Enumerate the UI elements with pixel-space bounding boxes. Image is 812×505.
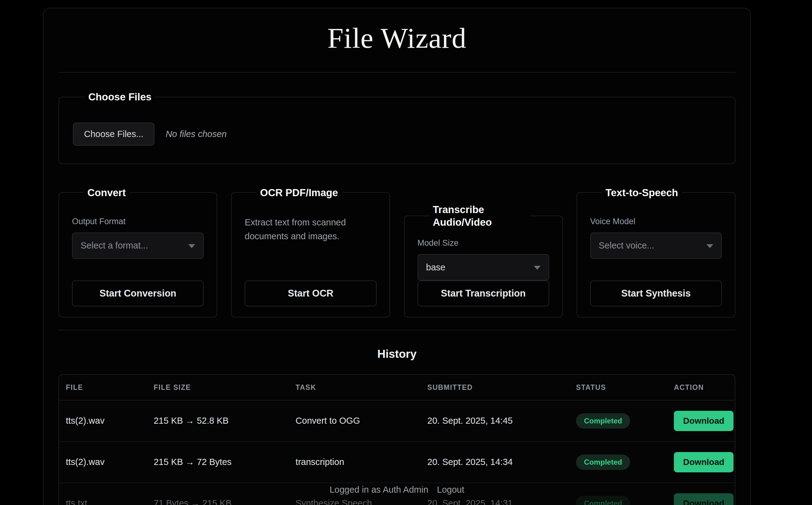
cell-file: tts(2).wav bbox=[59, 442, 154, 483]
voice-model-label: Voice Model bbox=[590, 217, 722, 226]
task-cards: Convert Output Format Select a format...… bbox=[58, 186, 735, 313]
title-divider bbox=[58, 72, 735, 73]
cell-task: Convert to OGG bbox=[296, 400, 428, 442]
download-button[interactable]: Download bbox=[674, 411, 734, 431]
cell-submitted: 20. Sept. 2025, 14:34 bbox=[428, 442, 576, 483]
output-format-select-value: Select a format... bbox=[81, 240, 148, 250]
start-conversion-button[interactable]: Start Conversion bbox=[72, 281, 204, 306]
col-header-task: TASK bbox=[296, 375, 428, 400]
history-divider bbox=[58, 330, 735, 330]
start-synthesis-button[interactable]: Start Synthesis bbox=[590, 281, 722, 306]
chevron-down-icon bbox=[534, 266, 541, 270]
col-header-file: FILE bbox=[59, 375, 154, 400]
download-button[interactable]: Download bbox=[674, 493, 734, 505]
col-header-file-size: FILE SIZE bbox=[154, 375, 295, 400]
cell-file-size: 215 KB → 52.8 KB bbox=[154, 400, 295, 442]
page-title: File Wizard bbox=[58, 22, 735, 54]
model-size-label: Model Size bbox=[418, 238, 549, 248]
output-format-label: Output Format bbox=[72, 217, 204, 226]
no-files-chosen-text: No files chosen bbox=[166, 129, 227, 139]
download-button[interactable]: Download bbox=[674, 452, 734, 472]
status-badge: Completed bbox=[576, 496, 630, 505]
choose-files-section: Choose Files Choose Files... No files ch… bbox=[58, 91, 735, 164]
footer: Logged in as Auth AdminLogout bbox=[43, 485, 751, 495]
output-format-select[interactable]: Select a format... bbox=[72, 232, 204, 259]
logged-in-text: Logged in as Auth Admin bbox=[329, 485, 428, 495]
voice-model-select-value: Select voice... bbox=[599, 240, 654, 250]
table-header-row: FILE FILE SIZE TASK SUBMITTED STATUS ACT… bbox=[59, 375, 735, 400]
chevron-down-icon bbox=[188, 244, 195, 248]
model-size-select[interactable]: base bbox=[418, 254, 549, 281]
app-container: File Wizard Choose Files Choose Files...… bbox=[43, 8, 751, 505]
cell-task: transcription bbox=[296, 442, 428, 483]
file-input-row: Choose Files... No files chosen bbox=[73, 123, 721, 146]
ocr-description: Extract text from scanned documents and … bbox=[245, 215, 376, 243]
col-header-submitted: SUBMITTED bbox=[428, 375, 576, 400]
cell-submitted: 20. Sept. 2025, 14:45 bbox=[428, 400, 576, 442]
table-row: tts(2).wav 215 KB → 72 Bytes transcripti… bbox=[59, 442, 735, 483]
logout-link[interactable]: Logout bbox=[437, 485, 464, 495]
status-badge: Completed bbox=[576, 413, 630, 429]
voice-model-select[interactable]: Select voice... bbox=[590, 232, 722, 259]
ocr-legend: OCR PDF/Image bbox=[256, 186, 341, 199]
tts-legend: Text-to-Speech bbox=[602, 186, 682, 199]
choose-files-legend: Choose Files bbox=[85, 91, 155, 103]
col-header-status: STATUS bbox=[576, 375, 674, 400]
transcribe-card: Transcribe Audio/Video Model Size base S… bbox=[404, 203, 563, 318]
start-transcription-button[interactable]: Start Transcription bbox=[418, 281, 549, 306]
chevron-down-icon bbox=[707, 244, 713, 248]
ocr-card: OCR PDF/Image Extract text from scanned … bbox=[231, 186, 390, 318]
convert-legend: Convert bbox=[84, 186, 129, 199]
transcribe-legend: Transcribe Audio/Video bbox=[429, 203, 531, 229]
tts-card: Text-to-Speech Voice Model Select voice.… bbox=[577, 186, 735, 318]
cell-file: tts(2).wav bbox=[59, 400, 154, 442]
model-size-select-value: base bbox=[426, 263, 446, 273]
status-badge: Completed bbox=[576, 455, 630, 470]
col-header-action: ACTION bbox=[674, 375, 735, 400]
table-row: tts(2).wav 215 KB → 52.8 KB Convert to O… bbox=[59, 400, 735, 442]
history-heading: History bbox=[58, 348, 735, 361]
choose-files-button[interactable]: Choose Files... bbox=[73, 123, 155, 146]
convert-card: Convert Output Format Select a format...… bbox=[58, 186, 217, 318]
start-ocr-button[interactable]: Start OCR bbox=[245, 281, 376, 306]
cell-file-size: 215 KB → 72 Bytes bbox=[154, 442, 295, 483]
